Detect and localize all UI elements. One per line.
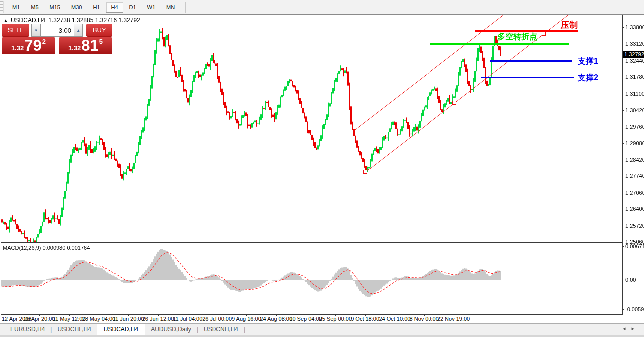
time-tick-label: 25 Sep 00:00: [319, 316, 352, 322]
timeframe-button-h1[interactable]: H1: [88, 2, 105, 13]
time-tick-label: 24 Aug 08:00: [260, 316, 292, 322]
time-tick-label: 11 May 12:00: [53, 316, 86, 322]
chart-tab-usdcad[interactable]: USDCAD,H4: [97, 324, 145, 335]
price-tick-mark: [622, 110, 624, 111]
price-tick-label: 1.29080: [625, 140, 644, 146]
timeframe-button-w1[interactable]: W1: [142, 2, 161, 13]
time-tick-label: 11 Jun 20:00: [113, 316, 144, 322]
resistance-annotation-label[interactable]: 压制: [561, 19, 578, 31]
buy-price-display[interactable]: 1.32 81 5: [59, 37, 112, 54]
tab-scroll-right-icon[interactable]: ▸: [631, 325, 640, 331]
macd-tick-label: 0.00: [625, 277, 636, 283]
chart-tab-eurusd[interactable]: EURUSD,H4: [5, 324, 50, 334]
price-tick-mark: [622, 77, 624, 77]
price-tick-mark: [622, 94, 624, 94]
price-tick-mark: [622, 61, 624, 61]
time-tick-label: 28 May 04:00: [82, 316, 116, 322]
macd-tick-mark: [622, 280, 624, 280]
macd-tick-mark: [622, 246, 624, 247]
price-tick-mark: [622, 209, 624, 209]
price-tick-label: 1.33120: [625, 41, 644, 47]
time-tick-label: 26 Apr 20:00: [24, 316, 55, 322]
time-tick-label: 8 Nov 00:00: [410, 316, 439, 322]
time-tick-label: 24 Oct 10:00: [379, 316, 410, 322]
time-tick-label: 22 Nov 19:00: [437, 316, 470, 322]
chart-tab-audusd[interactable]: AUDUSD,Daily: [145, 324, 197, 334]
chart-tab-bar: EURUSD,H4|USDCHF,H4USDCAD,H4AUDUSD,Daily…: [0, 323, 644, 335]
sell-price-display[interactable]: 1.32 79 2: [2, 37, 55, 54]
price-tick-label: 1.28420: [625, 157, 644, 163]
sell-price-pips: 79: [24, 38, 41, 53]
price-tick-mark: [622, 127, 624, 127]
volume-decrease-button[interactable]: ▼: [31, 24, 41, 37]
price-tick-label: 1.33800: [625, 24, 644, 30]
timeframe-button-m1[interactable]: M1: [7, 2, 25, 13]
time-tick-label: 9 Oct 18:00: [351, 316, 379, 322]
buy-button[interactable]: BUY: [86, 24, 112, 37]
price-tick-mark: [622, 27, 624, 28]
price-tick-label: 1.29760: [625, 124, 644, 130]
sell-price-figure: 1.32: [11, 44, 24, 52]
chart-tab-usdchf[interactable]: USDCHF,H4: [52, 324, 96, 334]
chart-tab-usdcnh[interactable]: USDCNH,H4: [198, 324, 244, 334]
macd-tick-mark: [622, 309, 624, 310]
tab-scroll-arrows: ◂▸: [623, 325, 640, 332]
toolbar-grip-icon[interactable]: [0, 1, 4, 13]
collapse-triangle-icon[interactable]: ▲: [4, 18, 8, 23]
tab-separator: |: [244, 326, 245, 333]
volume-increase-button[interactable]: ▲: [74, 24, 83, 37]
buy-price-figure: 1.32: [68, 44, 81, 52]
status-bar: [0, 335, 644, 337]
tab-scroll-left-icon[interactable]: ◂: [623, 325, 632, 331]
price-tick-label: 1.25720: [625, 223, 644, 229]
chart-symbol-period: USDCAD,H4: [11, 17, 45, 24]
price-tick-label: 1.26400: [625, 206, 644, 212]
support2-annotation-label[interactable]: 支撑2: [578, 73, 598, 83]
price-tick-mark: [622, 44, 624, 44]
time-tick-label: 9 Aug 16:00: [232, 316, 261, 322]
macd-indicator-canvas[interactable]: [1, 243, 622, 314]
buy-price-pips: 81: [81, 38, 98, 53]
buy-price-point: 5: [99, 38, 103, 45]
time-tick-label: 11 Jul 04:00: [173, 316, 202, 322]
chart-title: ▲ USDCAD,H4 1.32738 1.32885 1.32716 1.32…: [4, 17, 140, 24]
timeframe-button-mn[interactable]: MN: [161, 2, 180, 13]
one-click-trading-panel: SELL ▼ ▲ BUY 1.32 79 2 1.32 81 5: [2, 24, 112, 54]
time-tick-label: 26 Jul 00:00: [202, 316, 232, 322]
price-tick-mark: [622, 193, 624, 193]
price-tick-mark: [622, 160, 624, 160]
timeframe-button-m15[interactable]: M15: [45, 2, 65, 13]
support1-annotation-label[interactable]: 支撑1: [578, 56, 598, 67]
chart-bottom-border: [1, 314, 623, 315]
timeframe-button-h4[interactable]: H4: [106, 2, 123, 13]
current-price-tag: 1.32792: [623, 51, 644, 58]
macd-indicator-label: MACD(12,26,9) 0.000980 0.001764: [3, 245, 90, 251]
timeframe-button-m30[interactable]: M30: [66, 2, 87, 13]
volume-input[interactable]: [41, 24, 74, 37]
time-tick-label: 26 Jun 12:00: [142, 316, 174, 322]
price-tick-mark: [622, 242, 624, 242]
sell-button[interactable]: SELL: [2, 24, 29, 37]
price-tick-label: 1.31780: [625, 74, 644, 80]
timeframe-button-m5[interactable]: M5: [26, 2, 43, 13]
price-tick-mark: [622, 226, 624, 226]
price-tick-label: 1.32440: [625, 58, 644, 64]
time-tick-label: 10 Sep 04:00: [289, 316, 322, 322]
timeframe-toolbar: M1M5M15M30H1H4D1W1MN: [0, 0, 644, 14]
price-tick-label: 1.30420: [625, 107, 644, 113]
sell-price-point: 2: [42, 38, 46, 45]
timeframe-button-d1[interactable]: D1: [124, 2, 141, 13]
price-tick-label: 1.31100: [625, 91, 644, 97]
price-tick-label: 1.27740: [625, 173, 644, 179]
chart-ohlc-values: 1.32738 1.32885 1.32716 1.32792: [48, 17, 140, 24]
axis-separator: [622, 15, 623, 315]
toolbar-separator: [185, 2, 186, 13]
mt4-chart-window: { "toolbar": { "timeframes": [ {"label":…: [0, 0, 644, 337]
pivot-annotation-label[interactable]: 多空转折点: [497, 32, 537, 42]
price-tick-mark: [622, 176, 624, 176]
price-tick-mark: [622, 143, 624, 144]
macd-tick-label: 0.006718: [625, 243, 644, 249]
price-tick-label: 1.27060: [625, 190, 644, 196]
macd-tick-label: -0.005925: [625, 306, 644, 312]
